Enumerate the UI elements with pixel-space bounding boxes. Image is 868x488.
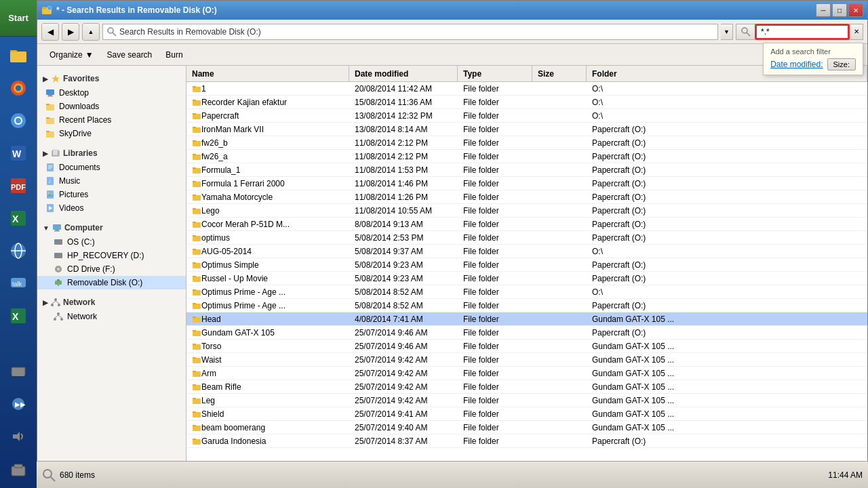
computer-header[interactable]: ▼ Computer [37,220,186,235]
svg-rect-124 [193,358,201,363]
search-clear-button[interactable]: ✕ [850,24,863,40]
table-row[interactable]: Shield 25/07/2014 9:41 AM File folder Gu… [186,407,867,421]
file-size-cell [532,272,587,285]
svg-rect-42 [46,104,54,110]
bottom-left-icon2[interactable]: ▶▶ [5,390,32,418]
folder-icon [192,328,201,338]
table-row[interactable]: beam boomerang 25/07/2014 9:40 AM File f… [186,421,867,434]
sidebar-item-network[interactable]: Network [37,310,186,323]
col-header-type[interactable]: Type [458,66,532,81]
sidebar-item-documents[interactable]: Documents [37,161,186,174]
excel2-taskbar-icon[interactable]: X [5,302,32,329]
col-header-name[interactable]: Name [186,66,349,81]
table-row[interactable]: IronMan Mark VII 13/08/2014 8:14 AM File… [186,123,867,136]
sidebar-item-desktop[interactable]: Desktop [37,86,186,100]
search-go-button[interactable] [736,24,755,40]
save-search-button[interactable]: Save search [102,47,158,63]
organize-button[interactable]: Organize ▼ [44,47,99,63]
svg-rect-129 [193,384,196,386]
favorites-header[interactable]: ▶ Favorites [37,71,186,86]
table-row[interactable]: Lego 11/08/2014 10:55 AM File folder Pap… [186,204,867,218]
table-row[interactable]: Yamaha Motorcycle 11/08/2014 1:26 PM Fil… [186,190,867,204]
table-row[interactable]: Cocor Merah P-51D M... 8/08/2014 9:13 AM… [186,218,867,231]
usb-drive-icon [54,278,63,287]
up-button[interactable]: ▲ [82,23,100,41]
table-row[interactable]: Waist 25/07/2014 9:42 AM File folder Gun… [186,353,867,367]
svg-rect-86 [193,100,201,106]
svg-rect-64 [54,231,60,232]
burn-button[interactable]: Burn [160,47,188,63]
table-row[interactable]: Optimus Prime - Age ... 5/08/2014 8:52 A… [186,285,867,299]
sidebar-item-skydrive[interactable]: SkyDrive [37,127,186,140]
file-date-cell: 5/08/2014 9:23 AM [349,258,458,271]
sound-icon[interactable] [5,423,32,450]
bottom-left-icon1[interactable] [5,358,32,385]
table-row[interactable]: Russel - Up Movie 5/08/2014 9:23 AM File… [186,272,867,285]
minimize-button[interactable]: ─ [816,3,831,17]
sidebar-item-o-drive[interactable]: Removable Disk (O:) [37,276,186,289]
sidebar-item-videos[interactable]: Videos [37,201,186,215]
svg-rect-66 [55,241,58,242]
table-row[interactable]: fw26_a 11/08/2014 2:12 PM File folder Pa… [186,150,867,163]
table-row[interactable]: Head 4/08/2014 7:41 AM File folder Gunda… [186,312,867,326]
start-button[interactable]: Start [0,0,37,37]
col-header-size[interactable]: Size [532,66,587,81]
word-taskbar-icon[interactable]: W [5,140,32,167]
search-input[interactable] [755,24,850,40]
forward-button[interactable]: ▶ [62,23,79,41]
sidebar-item-recent[interactable]: Recent Places [37,113,186,127]
folder-icon [192,287,201,297]
table-row[interactable]: Optimus Prime - Age ... 5/08/2014 8:52 A… [186,299,867,312]
svg-rect-103 [193,208,196,209]
table-row[interactable]: Leg 25/07/2014 9:42 AM File folder Gunda… [186,394,867,407]
maximize-button[interactable]: □ [832,3,847,17]
sidebar-item-pictures[interactable]: Pictures [37,188,186,201]
table-row[interactable]: optimus 5/08/2014 2:53 PM File folder Pa… [186,231,867,245]
file-size-cell [532,353,587,366]
table-row[interactable]: Garuda Indonesia 25/07/2014 8:37 AM File… [186,434,867,448]
table-row[interactable]: Recorder Kajian efaktur 15/08/2014 11:36… [186,96,867,109]
power-icon[interactable] [5,455,32,483]
talk-taskbar-icon[interactable]: talk [5,270,32,297]
pdf-taskbar-icon[interactable]: PDF [5,172,32,199]
table-row[interactable]: Formula_1 11/08/2014 1:53 PM File folder… [186,163,867,177]
firefox-taskbar-icon[interactable] [5,75,32,102]
table-row[interactable]: Gundam GAT-X 105 25/07/2014 9:46 AM File… [186,326,867,340]
chrome-taskbar-icon[interactable] [5,107,32,134]
folder-taskbar-icon[interactable] [5,42,32,69]
favorites-label: Favorites [63,74,99,83]
sidebar-item-f-drive[interactable]: CD Drive (F:) [37,262,186,276]
svg-rect-118 [193,317,201,323]
col-header-date[interactable]: Date modified [349,66,458,81]
table-row[interactable]: Formula 1 Ferrari 2000 11/08/2014 1:46 P… [186,177,867,190]
sidebar-item-downloads[interactable]: Downloads [37,100,186,113]
libraries-header[interactable]: ▶ Libraries [37,146,186,161]
table-row[interactable]: Arm 25/07/2014 9:42 AM File folder Gunda… [186,367,867,380]
table-row[interactable]: Torso 25/07/2014 9:46 AM File folder Gun… [186,340,867,353]
sidebar-item-d-drive[interactable]: HP_RECOVERY (D:) [37,249,186,262]
sidebar-item-c-drive[interactable]: OS (C:) [37,235,186,249]
table-row[interactable]: AUG-05-2014 5/08/2014 9:37 AM File folde… [186,245,867,258]
excel-taskbar-icon[interactable]: X [5,205,32,232]
videos-label: Videos [59,203,83,213]
close-button[interactable]: ✕ [848,3,863,17]
file-type-cell: File folder [458,109,532,122]
svg-rect-132 [193,412,201,418]
table-row[interactable]: fw26_b 11/08/2014 2:12 PM File folder Pa… [186,136,867,150]
table-row[interactable]: 1 20/08/2014 11:42 AM File folder O:\ [186,82,867,96]
address-dropdown[interactable]: ▼ [721,24,733,40]
table-row[interactable]: Papercraft 13/08/2014 12:32 PM File fold… [186,109,867,123]
pictures-label: Pictures [59,190,88,199]
file-name-cell: Russel - Up Movie [186,272,349,285]
size-filter-button[interactable]: Size: [827,58,856,70]
computer-label: Computer [64,223,103,232]
table-row[interactable]: Optimus Simple 5/08/2014 9:23 AM File fo… [186,258,867,272]
file-size-cell [532,218,587,230]
network-header[interactable]: ▶ Network [37,295,186,310]
address-field[interactable]: Search Results in Removable Disk (O:) [102,24,718,40]
date-modified-filter[interactable]: Date modified: [770,60,823,69]
globe-taskbar-icon[interactable] [5,237,32,264]
back-button[interactable]: ◀ [41,23,59,41]
sidebar-item-music[interactable]: ♪ Music [37,174,186,188]
table-row[interactable]: Beam Rifle 25/07/2014 9:42 AM File folde… [186,380,867,394]
